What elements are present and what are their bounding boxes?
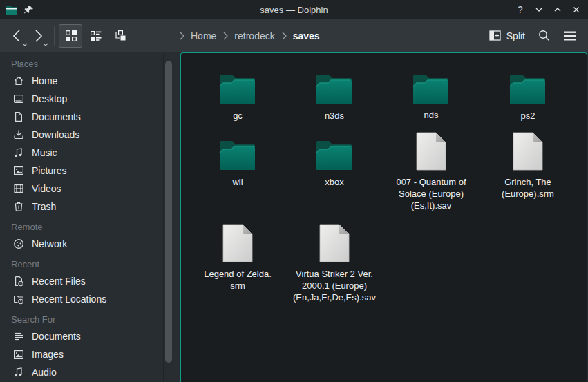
item-label: nds	[424, 110, 439, 122]
file-icon	[512, 131, 544, 171]
folder-item-xbox[interactable]: xbox	[286, 128, 383, 220]
sidebar-item-recent-locations[interactable]: Recent Locations	[0, 290, 174, 308]
titlebar: saves — Dolphin ?	[0, 0, 588, 19]
search-icon[interactable]	[538, 29, 551, 42]
search-images-icon	[13, 349, 24, 360]
item-label: Legend of Zelda. srm	[204, 268, 272, 292]
breadcrumb-chevron-icon	[179, 32, 184, 40]
item-label: gc	[233, 110, 243, 122]
search-documents-icon	[13, 331, 24, 342]
sidebar-item-recent-files[interactable]: Recent Files	[0, 272, 174, 290]
breadcrumb-home[interactable]: Home	[191, 30, 216, 41]
videos-icon	[13, 183, 24, 194]
icons-view-icon	[65, 30, 77, 41]
breadcrumb-retrodeck[interactable]: retrodeck	[234, 30, 274, 41]
toolbar-separator	[54, 26, 55, 46]
trash-icon	[13, 201, 24, 212]
folder-icon	[314, 135, 355, 171]
item-label: xbox	[325, 176, 343, 188]
file-item-grinch-the-europe[interactable]: Grinch, The (Europe).srm	[480, 128, 576, 220]
back-dropdown-caret	[22, 43, 28, 46]
breadcrumb-chevron-icon	[222, 32, 228, 40]
icons-grid: gc n3ds nds ps2 wii	[189, 62, 587, 312]
folder-view[interactable]: gc n3ds nds ps2 wii	[180, 52, 587, 382]
dolphin-window: saves — Dolphin ?	[0, 0, 588, 382]
sidebar-item-documents[interactable]: Documents	[0, 108, 174, 126]
breadcrumb: Home retrodeck saves	[179, 30, 320, 41]
help-button[interactable]: ?	[514, 3, 527, 16]
folder-item-nds[interactable]: nds	[383, 62, 480, 128]
sidebar-item-desktop[interactable]: Desktop	[0, 90, 174, 108]
item-label: 007 - Quantum of Solace (Europe) (Es,It)…	[396, 176, 466, 211]
sidebar-item-downloads[interactable]: Downloads	[0, 126, 174, 144]
places-panel: Places Home Desktop Documents Downloads	[0, 52, 174, 382]
documents-icon	[13, 111, 24, 122]
pin-icon[interactable]	[23, 5, 34, 15]
maximize-button[interactable]	[551, 3, 564, 16]
folder-icon	[314, 69, 355, 105]
file-icon	[319, 223, 350, 263]
recent-locations-icon	[13, 294, 24, 305]
file-icon	[415, 131, 447, 171]
sidebar-item-network[interactable]: Network	[0, 235, 174, 253]
split-label: Split	[506, 30, 525, 41]
folder-item-n3ds[interactable]: n3ds	[286, 62, 383, 128]
downloads-icon	[13, 129, 24, 140]
item-label: n3ds	[325, 110, 344, 122]
sidebar-item-search-documents[interactable]: Documents	[0, 327, 174, 345]
network-icon	[13, 238, 24, 249]
section-header-search-for: Search For	[0, 311, 174, 327]
home-icon	[13, 75, 24, 86]
folder-icon	[410, 69, 452, 105]
pictures-icon	[13, 165, 24, 176]
folder-item-ps2[interactable]: ps2	[480, 62, 576, 128]
minimize-button[interactable]	[533, 3, 545, 16]
sidebar-scrollbar[interactable]	[165, 61, 172, 363]
item-label: ps2	[521, 110, 535, 122]
sidebar-item-videos[interactable]: Videos	[0, 180, 174, 198]
back-button[interactable]	[7, 24, 28, 48]
breadcrumb-chevron-icon	[281, 32, 287, 40]
section-header-remote: Remote	[0, 218, 174, 235]
file-icon	[222, 223, 254, 263]
folder-icon	[507, 69, 549, 105]
sidebar-item-search-images[interactable]: Images	[0, 345, 174, 363]
file-item-legend-of-zelda[interactable]: Legend of Zelda. srm	[189, 220, 286, 312]
desktop-icon	[13, 93, 24, 104]
forward-button[interactable]	[28, 24, 48, 48]
recent-files-icon	[13, 276, 24, 287]
sidebar-item-search-audio[interactable]: Audio	[0, 363, 174, 381]
music-icon	[13, 147, 24, 158]
sidebar-scrollbar-groove	[163, 54, 164, 382]
sidebar-item-home[interactable]: Home	[0, 72, 174, 90]
toolbar: Home retrodeck saves Split	[0, 19, 588, 52]
folder-icon	[217, 135, 258, 171]
tree-view-button[interactable]	[108, 24, 132, 48]
app-icon	[6, 4, 18, 15]
details-view-icon	[90, 30, 102, 41]
breadcrumb-current[interactable]: saves	[293, 30, 320, 41]
hamburger-menu-icon[interactable]	[563, 30, 577, 41]
sidebar-item-music[interactable]: Music	[0, 144, 174, 162]
item-label: Grinch, The (Europe).srm	[502, 176, 554, 200]
window-title: saves — Dolphin	[0, 5, 588, 15]
forward-dropdown-caret	[43, 43, 48, 46]
item-label: Virtua Striker 2 Ver. 2000.1 (Europe) (E…	[293, 268, 376, 303]
folder-item-wii[interactable]: wii	[189, 128, 286, 220]
file-item-007-quantum-of-solace[interactable]: 007 - Quantum of Solace (Europe) (Es,It)…	[383, 128, 480, 220]
tree-view-icon	[114, 30, 126, 41]
close-button[interactable]	[570, 3, 582, 16]
folder-item-gc[interactable]: gc	[189, 62, 286, 128]
details-view-button[interactable]	[84, 24, 107, 48]
sidebar-item-pictures[interactable]: Pictures	[0, 162, 174, 180]
folder-icon	[217, 69, 258, 105]
split-button[interactable]: Split	[489, 30, 525, 41]
file-item-virtua-striker-2[interactable]: Virtua Striker 2 Ver. 2000.1 (Europe) (E…	[286, 220, 383, 312]
icons-view-button[interactable]	[59, 24, 82, 48]
search-audio-icon	[13, 367, 24, 378]
split-icon	[489, 30, 501, 41]
section-header-recent: Recent	[0, 256, 174, 272]
section-header-places: Places	[0, 55, 174, 72]
sidebar-item-trash[interactable]: Trash	[0, 198, 174, 216]
item-label: wii	[232, 176, 243, 188]
